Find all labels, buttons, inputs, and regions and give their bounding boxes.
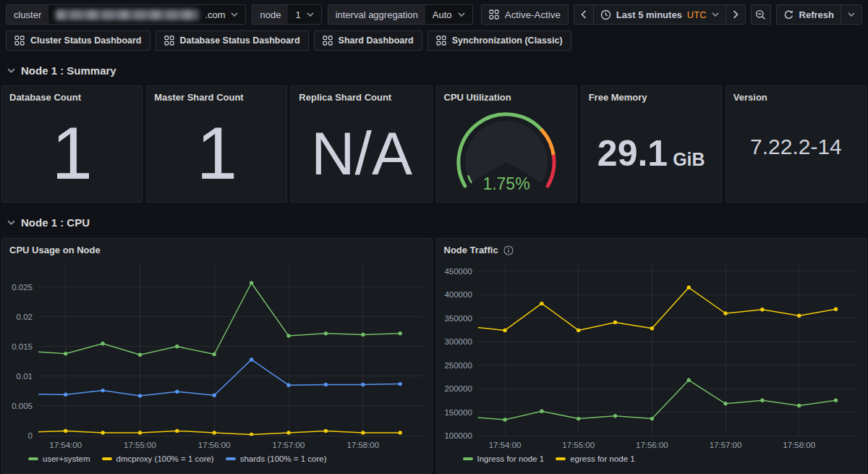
legend-label: Ingress for node 1 — [477, 454, 545, 463]
svg-text:350000: 350000 — [444, 314, 472, 323]
zoom-out-button[interactable] — [751, 4, 771, 25]
refresh-interval-dropdown[interactable] — [841, 5, 861, 24]
panel-title[interactable]: Replica Shard Count — [292, 86, 431, 106]
node-variable-value-text: 1 — [295, 9, 300, 20]
link-synchronization-classic[interactable]: Synchronization (Classic) — [427, 30, 571, 51]
legend-swatch — [556, 457, 566, 460]
stat-value: 7.22.2-14 — [750, 135, 842, 159]
apps-grid-icon — [323, 35, 333, 46]
apps-grid-icon — [489, 9, 499, 20]
panel-title-text: CPU Utilization — [444, 92, 511, 103]
svg-text:17:56:00: 17:56:00 — [635, 441, 668, 449]
refresh-label: Refresh — [799, 9, 834, 20]
cluster-variable-value[interactable]: .com — [48, 5, 245, 24]
node-variable[interactable]: node 1 — [252, 4, 321, 25]
stat-value: N/A — [311, 123, 412, 184]
legend-swatch — [226, 457, 236, 460]
interval-aggregation-value-text: Auto — [433, 9, 452, 20]
free-memory-number: 29.1 — [597, 135, 668, 172]
panel-free-memory: Free Memory 29.1 GiB — [581, 85, 722, 203]
svg-text:0.025: 0.025 — [12, 283, 33, 292]
summary-stats-row: Database Count 1 Master Shard Count 1 Re… — [0, 85, 868, 203]
svg-text:400000: 400000 — [444, 290, 472, 299]
svg-text:0.005: 0.005 — [12, 402, 33, 410]
cluster-variable-label: cluster — [7, 5, 48, 24]
stat-value: 29.1 GiB — [597, 135, 705, 172]
cluster-variable[interactable]: cluster .com — [6, 4, 246, 25]
svg-text:150000: 150000 — [444, 408, 472, 417]
panel-title[interactable]: Version — [726, 86, 866, 106]
chevron-down-icon — [848, 12, 855, 17]
row-header-summary[interactable]: Node 1 : Summary — [7, 62, 868, 78]
legend-item[interactable]: egress for node 1 — [556, 454, 635, 463]
node-variable-label: node — [252, 5, 288, 24]
legend-item[interactable]: shards (100% = 1 core) — [226, 454, 327, 463]
link-cluster-status-dashboard[interactable]: Cluster Status Dashboard — [6, 30, 150, 51]
panel-title-text: Database Count — [9, 92, 81, 103]
time-shift-back-button[interactable] — [574, 5, 593, 24]
time-range-button[interactable]: Last 5 minutes UTC — [593, 5, 726, 24]
time-shift-forward-button[interactable] — [726, 5, 745, 24]
svg-text:17:54:00: 17:54:00 — [488, 441, 521, 449]
legend-item[interactable]: Ingress for node 1 — [463, 454, 545, 463]
svg-text:0: 0 — [28, 431, 33, 440]
panel-node-traffic: Node Traffic 100000150000200000250000300… — [436, 238, 867, 474]
svg-text:100000: 100000 — [444, 431, 472, 440]
legend-item[interactable]: user+system — [28, 454, 90, 463]
node-traffic-chart[interactable]: 1000001500002000002500003000003500004000… — [437, 259, 865, 452]
interval-aggregation-value[interactable]: Auto — [425, 5, 472, 24]
panel-title[interactable]: Node Traffic — [437, 239, 867, 258]
chevron-down-icon — [712, 12, 719, 17]
svg-text:17:55:00: 17:55:00 — [562, 441, 595, 449]
legend-item[interactable]: dmcproxy (100% = 1 core) — [102, 454, 214, 463]
panel-version: Version 7.22.2-14 — [726, 85, 867, 203]
svg-text:250000: 250000 — [444, 361, 472, 370]
free-memory-unit: GiB — [673, 149, 705, 170]
apps-grid-icon — [436, 35, 446, 46]
panel-title[interactable]: Free Memory — [582, 86, 721, 106]
zoom-out-icon — [755, 9, 766, 20]
panel-cpu-usage-on-node: CPU Usage on Node 00.0050.010.0150.020.0… — [1, 238, 433, 474]
svg-text:300000: 300000 — [444, 337, 472, 346]
cpu-utilization-gauge: 1.75% — [442, 106, 571, 200]
info-icon[interactable] — [503, 245, 514, 255]
row-header-cpu[interactable]: Node 1 : CPU — [7, 214, 868, 230]
time-range-label: Last 5 minutes — [616, 9, 682, 20]
node-variable-value[interactable]: 1 — [288, 5, 320, 24]
link-label: Cluster Status Dashboard — [30, 35, 142, 46]
timezone-label: UTC — [687, 9, 707, 20]
svg-text:17:57:00: 17:57:00 — [709, 441, 741, 449]
time-picker: Last 5 minutes UTC — [574, 4, 746, 25]
legend-label: egress for node 1 — [570, 454, 635, 463]
legend-label: user+system — [43, 454, 90, 463]
svg-text:0.015: 0.015 — [12, 342, 33, 351]
panel-title[interactable]: Database Count — [2, 86, 142, 106]
svg-text:450000: 450000 — [444, 267, 472, 276]
chevron-down-icon — [458, 12, 465, 17]
panel-title[interactable]: Master Shard Count — [147, 86, 286, 106]
panel-title-text: Free Memory — [589, 92, 647, 103]
panel-cpu-utilization: CPU Utilization 1.75% — [436, 85, 577, 203]
panel-title-text: Replica Shard Count — [299, 92, 391, 103]
svg-text:17:58:00: 17:58:00 — [783, 441, 815, 449]
link-shard-dashboard[interactable]: Shard Dashboard — [314, 30, 422, 51]
active-active-button[interactable]: Active-Active — [481, 4, 569, 25]
apps-grid-icon — [164, 35, 174, 46]
svg-text:1.75%: 1.75% — [482, 174, 529, 193]
legend-label: shards (100% = 1 core) — [240, 454, 327, 463]
topbar-right-controls: Active-Active Last 5 minutes UTC Refresh — [481, 4, 862, 25]
cpu-charts-row: CPU Usage on Node 00.0050.010.0150.020.0… — [0, 238, 868, 474]
angle-left-icon — [581, 10, 587, 19]
svg-text:17:54:00: 17:54:00 — [49, 441, 82, 449]
panel-title[interactable]: CPU Utilization — [437, 86, 576, 106]
link-database-status-dashboard[interactable]: Database Status Dashboard — [156, 30, 309, 51]
interval-aggregation-variable[interactable]: interval aggregation Auto — [328, 4, 473, 25]
link-label: Shard Dashboard — [339, 35, 414, 46]
refresh-button[interactable]: Refresh — [777, 5, 841, 24]
svg-text:17:56:00: 17:56:00 — [198, 441, 231, 449]
cpu-usage-chart[interactable]: 00.0050.010.0150.020.02517:54:0017:55:00… — [2, 259, 430, 452]
row-title: Node 1 : Summary — [21, 64, 116, 77]
cluster-domain-suffix: .com — [205, 9, 225, 20]
panel-title[interactable]: CPU Usage on Node — [2, 239, 432, 258]
active-active-label: Active-Active — [505, 9, 561, 20]
